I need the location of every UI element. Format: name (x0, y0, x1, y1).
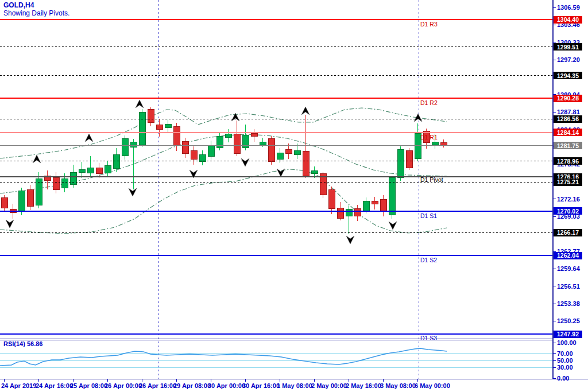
candle-body (122, 139, 128, 156)
time-tick-label: 1 May 08:00 (277, 382, 312, 389)
week-separators (158, 0, 419, 379)
time-tick-label: 2 May 00:00 (311, 382, 347, 389)
pivot-label-d1-pivot: D1 Pivot (420, 176, 443, 183)
candlestick-series (1, 107, 447, 234)
candle-bear (372, 197, 378, 209)
price-badge-value: 1304.40 (557, 16, 579, 23)
candle-bull (199, 150, 206, 165)
candle-bull (113, 148, 119, 172)
level-lines: D1 R3D1 R2D1 R1D1 PivotD1 S1D1 S2D1 S3 (0, 20, 552, 341)
price-badge-value: 1286.56 (557, 115, 579, 122)
candle-body (113, 155, 119, 168)
candle-body (53, 178, 59, 189)
time-tick-label: 26 Apr 16:00 (139, 382, 176, 389)
axes-frame (0, 0, 588, 379)
rsi-panel[interactable] (0, 339, 554, 368)
candle-body (208, 145, 214, 156)
fractal-down-arrow-icon (129, 188, 137, 196)
pivot-label-d1-r1: D1 R1 (420, 134, 438, 141)
candle-bull (277, 148, 283, 162)
time-tick-label: 24 Apr 16:00 (36, 382, 73, 389)
candle-bear (27, 185, 33, 210)
candle-body (285, 149, 292, 153)
candle-bear (53, 172, 59, 193)
candle-body (27, 189, 33, 206)
candle-bear (268, 136, 274, 165)
candle-body (260, 142, 266, 145)
price-axis[interactable]: 1306.591303.461300.331297.201294.071290.… (553, 4, 582, 382)
rsi-tick-label: 30.00 (557, 364, 573, 371)
fractal-up-arrow-icon (85, 134, 93, 142)
price-badge: 1286.56 (554, 115, 582, 123)
pivot-label-d1-r3: D1 R3 (420, 21, 438, 28)
rsi-tick-label: 50.00 (557, 357, 573, 364)
price-badge-value: 1294.35 (557, 72, 579, 79)
indicator-comment: Showing Daily Pivots. (3, 10, 69, 17)
candle-bear (234, 121, 240, 156)
candle-bull (36, 172, 42, 208)
candle-body (311, 170, 318, 174)
price-badge: 1290.28 (554, 95, 582, 102)
price-badge-value: 1270.02 (557, 208, 579, 215)
candle-body (440, 143, 447, 146)
candle-bull (346, 205, 352, 234)
price-badge-value: 1278.96 (557, 158, 579, 165)
time-tick-label: 30 Apr 00:00 (208, 382, 245, 389)
candle-bear (148, 107, 154, 126)
fractal-down-arrow-icon (389, 222, 397, 230)
candle-bear (320, 172, 326, 198)
candle-bear (191, 146, 197, 165)
fractal-down-arrow-icon (277, 169, 285, 177)
fractal-up-arrow-icon (33, 155, 41, 163)
candle-body (363, 201, 369, 211)
candle-body (328, 189, 335, 208)
fractal-up-arrow-icon (301, 107, 310, 115)
candle-bear (1, 195, 7, 211)
candle-body (79, 169, 85, 172)
candle-bull (122, 135, 128, 160)
price-badge-value: 1247.92 (557, 331, 579, 337)
candle-bull (70, 165, 76, 188)
price-chart-canvas[interactable]: D1 R3D1 R2D1 R1D1 PivotD1 S1D1 S2D1 S313… (0, 0, 588, 392)
pivot-label-d1-s2: D1 S2 (420, 257, 437, 263)
price-badge: 1299.51 (554, 43, 582, 51)
fractal-up-arrow-icon (231, 113, 239, 121)
candle-bear (440, 139, 447, 148)
candle-bull (61, 173, 68, 192)
price-badge: 1304.40 (554, 16, 582, 24)
time-tick-label: 26 Apr 00:00 (105, 382, 142, 389)
candle-body (294, 150, 300, 155)
candle-body (173, 126, 180, 145)
time-tick-label: 6 May 00:00 (415, 382, 450, 389)
candle-body (380, 200, 386, 211)
price-badge: 1284.14 (554, 129, 582, 136)
pivot-label-d1-s1: D1 S1 (420, 212, 437, 219)
price-badge: 1247.92 (554, 331, 582, 338)
price-badge: 1278.96 (554, 157, 582, 165)
candle-bull (139, 109, 145, 147)
candle-bull (216, 132, 223, 150)
candle-body (105, 165, 111, 173)
time-tick-label: 29 Apr 08:00 (173, 382, 211, 389)
candle-body (234, 134, 240, 154)
price-badge-value: 1266.17 (557, 229, 579, 236)
time-tick-label: 25 Apr 08:00 (70, 382, 107, 389)
fractal-down-arrow-icon (6, 220, 14, 228)
candle-body (337, 208, 343, 218)
candle-bull (415, 123, 421, 161)
price-tick-label: 1306.59 (557, 4, 580, 11)
fractal-up-arrow-icon (136, 100, 144, 108)
candle-body (303, 151, 309, 176)
rsi-tick-label: 70.00 (557, 350, 573, 357)
fractal-down-arrow-icon (241, 158, 249, 166)
price-badge-value: 1281.75 (557, 142, 579, 149)
candle-body (139, 112, 145, 145)
candle-bear (96, 163, 102, 177)
candle-bull (208, 141, 214, 160)
price-badge-value: 1299.51 (557, 44, 579, 51)
price-badge-value: 1284.14 (557, 129, 579, 136)
time-axis[interactable]: 24 Apr 201924 Apr 16:0025 Apr 08:0026 Ap… (1, 379, 450, 389)
price-badge-value: 1262.04 (557, 252, 579, 259)
candle-body (87, 168, 94, 173)
price-tick-label: 1272.16 (557, 196, 580, 203)
